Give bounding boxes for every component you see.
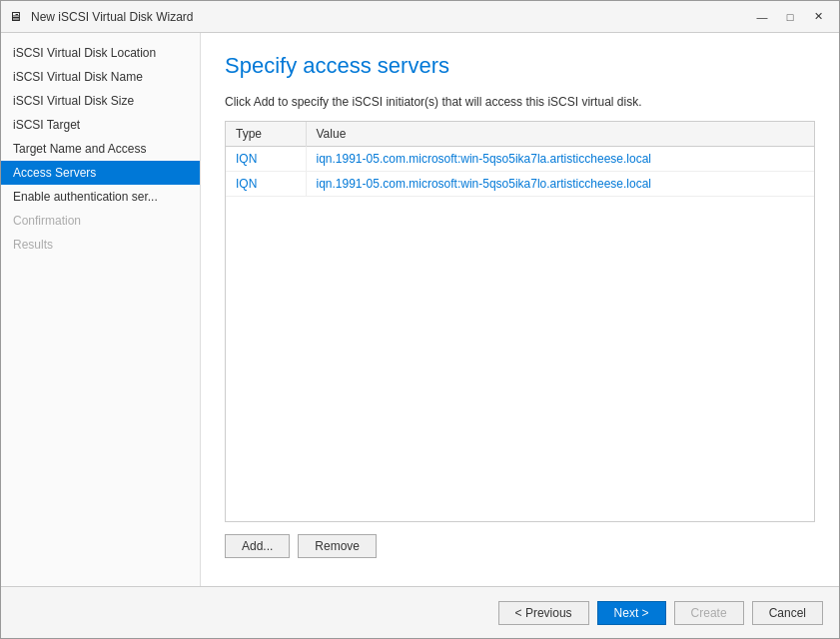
window-controls: — □ ✕ [749,7,831,27]
create-button[interactable]: Create [674,601,744,625]
sidebar-item-target-name-and-access[interactable]: Target Name and Access [1,137,200,161]
action-buttons: Add... Remove [225,534,815,558]
column-value: Value [306,122,814,147]
content-area: iSCSI Virtual Disk LocationiSCSI Virtual… [1,33,839,586]
remove-button[interactable]: Remove [298,534,377,558]
sidebar-item-access-servers[interactable]: Access Servers [1,161,200,185]
sidebar-item-confirmation: Confirmation [1,209,200,233]
row-type: IQN [226,147,306,172]
access-servers-table-container: Type Value IQN iqn.1991-05.com.microsoft… [225,121,815,522]
row-value: iqn.1991-05.com.microsoft:win-5qso5ika7l… [306,172,814,197]
sidebar-item-enable-authentication[interactable]: Enable authentication ser... [1,185,200,209]
access-servers-table: Type Value IQN iqn.1991-05.com.microsoft… [226,122,814,197]
description-text: Click Add to specify the iSCSI initiator… [225,95,815,109]
close-button[interactable]: ✕ [805,7,831,27]
footer: < Previous Next > Create Cancel [1,586,839,638]
window-title: New iSCSI Virtual Disk Wizard [31,10,749,24]
main-panel: Specify access servers Click Add to spec… [201,33,839,586]
add-button[interactable]: Add... [225,534,290,558]
previous-button[interactable]: < Previous [498,601,589,625]
sidebar-item-iscsi-virtual-disk-location[interactable]: iSCSI Virtual Disk Location [1,41,200,65]
maximize-button[interactable]: □ [777,7,803,27]
title-bar: 🖥 New iSCSI Virtual Disk Wizard — □ ✕ [1,1,839,33]
table-row[interactable]: IQN iqn.1991-05.com.microsoft:win-5qso5i… [226,147,814,172]
next-button[interactable]: Next > [597,601,666,625]
window-icon: 🖥 [9,9,25,25]
sidebar-item-results: Results [1,233,200,257]
cancel-button[interactable]: Cancel [752,601,823,625]
row-value: iqn.1991-05.com.microsoft:win-5qso5ika7l… [306,147,814,172]
table-row[interactable]: IQN iqn.1991-05.com.microsoft:win-5qso5i… [226,172,814,197]
sidebar-item-iscsi-virtual-disk-size[interactable]: iSCSI Virtual Disk Size [1,89,200,113]
minimize-button[interactable]: — [749,7,775,27]
sidebar-item-iscsi-target[interactable]: iSCSI Target [1,113,200,137]
column-type: Type [226,122,306,147]
sidebar-item-iscsi-virtual-disk-name[interactable]: iSCSI Virtual Disk Name [1,65,200,89]
row-type: IQN [226,172,306,197]
sidebar: iSCSI Virtual Disk LocationiSCSI Virtual… [1,33,201,586]
page-title: Specify access servers [225,53,815,79]
wizard-window: 🖥 New iSCSI Virtual Disk Wizard — □ ✕ iS… [0,0,840,639]
